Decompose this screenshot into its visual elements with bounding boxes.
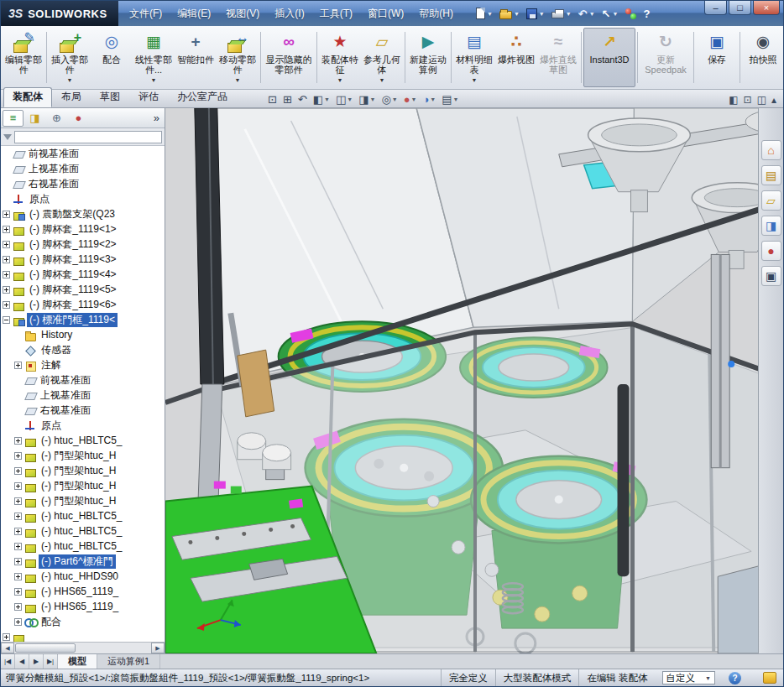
rebuild-button[interactable]: [622, 3, 639, 23]
expander-plus-icon[interactable]: [14, 618, 22, 626]
apply-scene-button[interactable]: ◑▼: [421, 93, 439, 106]
instant3d-button[interactable]: ↗Instant3D: [583, 28, 635, 87]
tree-item[interactable]: 上视基准面: [1, 161, 165, 176]
tree-item[interactable]: 注解: [1, 357, 165, 372]
tree-item[interactable]: [1, 629, 165, 642]
menu-edit[interactable]: 编辑(E): [170, 1, 218, 26]
tab-布局[interactable]: 布局: [52, 87, 91, 107]
scroll-right-icon[interactable]: ▶: [151, 643, 165, 653]
take-snapshot-button[interactable]: ◉拍快照: [742, 28, 783, 87]
propertymanager-tab[interactable]: ◨: [24, 110, 45, 127]
save-button[interactable]: ▼: [524, 3, 547, 23]
tree-item[interactable]: 配合: [1, 614, 165, 629]
show-featuremanager-icon[interactable]: ◧: [729, 94, 738, 106]
save-button[interactable]: ▣保存: [696, 28, 738, 87]
expander-plus-icon[interactable]: [14, 437, 22, 445]
zoom-fit-button[interactable]: ⊡: [265, 93, 280, 106]
solidworks-resources-button[interactable]: ⌂: [761, 140, 781, 160]
tree-item[interactable]: (-) 門型架htuc_H: [1, 463, 165, 478]
appearances-scenes-button[interactable]: ●: [761, 241, 781, 261]
insert-components-button[interactable]: +插入零部件▼: [49, 28, 91, 87]
exploded-view-button[interactable]: ∴爆炸视图: [495, 28, 537, 87]
design-library-button[interactable]: ▤: [761, 165, 781, 185]
tab-评估[interactable]: 评估: [129, 87, 168, 107]
quick-tip-icon[interactable]: [763, 672, 776, 684]
tree-item[interactable]: (-) htuc_HHDS90: [1, 569, 165, 584]
assembly-features-button[interactable]: ★装配体特征▼: [319, 28, 361, 87]
door-handle[interactable]: [618, 384, 630, 576]
view-orientation-button[interactable]: ◫▼: [333, 93, 355, 106]
custom-properties-button[interactable]: ▣: [761, 266, 781, 286]
zoom-area-button[interactable]: ⊞: [280, 93, 295, 106]
close-button[interactable]: ×: [753, 1, 780, 15]
tree-item[interactable]: (-) 脚杯套_1119<4>: [1, 267, 165, 282]
print-button[interactable]: ▼: [549, 3, 574, 23]
section-view-button[interactable]: ◧▼: [311, 93, 332, 106]
configurationmanager-tab[interactable]: ⊕: [46, 110, 67, 127]
expander-plus-icon[interactable]: [14, 497, 22, 505]
tab-办公室产品[interactable]: 办公室产品: [168, 87, 237, 107]
custom-dropdown[interactable]: 自定义 ▼: [662, 671, 715, 684]
panel-overflow-chevrons[interactable]: »: [150, 112, 163, 124]
smart-fasteners-button[interactable]: +智能扣件: [175, 28, 217, 87]
tab-装配体[interactable]: 装配体: [3, 87, 52, 107]
expander-plus-icon[interactable]: [3, 633, 10, 641]
displaymanager-tab[interactable]: ●: [68, 110, 89, 127]
menu-window[interactable]: 窗口(W): [360, 1, 411, 26]
tree-item[interactable]: 前视基准面: [1, 146, 165, 161]
linear-component-pattern-button[interactable]: ▦线性零部件...▼: [133, 28, 175, 87]
new-document-button[interactable]: ▼: [473, 3, 495, 23]
menu-tools[interactable]: 工具(T): [312, 1, 360, 26]
tab-scroll-button[interactable]: ◀: [15, 654, 29, 669]
tree-item[interactable]: (-) 門型架htuc_H: [1, 448, 165, 463]
tab-scroll-button[interactable]: ▶: [29, 654, 44, 669]
tree-item[interactable]: 原点: [1, 191, 165, 206]
file-explorer-button[interactable]: ▱: [761, 190, 781, 211]
tree-item[interactable]: 前视基准面: [1, 372, 165, 388]
tree-item[interactable]: 原点: [1, 418, 165, 433]
scroll-left-icon[interactable]: ◀: [1, 643, 14, 653]
view-palette-button[interactable]: ◨: [761, 216, 781, 236]
scrollbar-track[interactable]: [76, 643, 151, 653]
expander-plus-icon[interactable]: [3, 226, 10, 233]
expander-plus-icon[interactable]: [3, 256, 10, 263]
minimize-button[interactable]: –: [704, 1, 727, 15]
menu-insert[interactable]: 插入(I): [267, 1, 311, 26]
move-component-button[interactable]: ↔移动零部件▼: [217, 28, 259, 87]
expander-plus-icon[interactable]: [14, 513, 22, 520]
expander-plus-icon[interactable]: [14, 482, 22, 490]
tree-item[interactable]: (-) HHS65_1119_: [1, 599, 165, 614]
tree-item[interactable]: 右视基准面: [1, 403, 165, 418]
viewport-maximize-icon[interactable]: ⊡: [744, 94, 752, 106]
expander-plus-icon[interactable]: [14, 452, 22, 460]
3d-scene[interactable]: [165, 108, 783, 653]
show-hidden-components-button[interactable]: ∞显示隐藏的零部件: [263, 28, 315, 87]
expander-plus-icon[interactable]: [3, 301, 10, 309]
edit-component-button[interactable]: ✎编辑零部件: [3, 28, 44, 87]
filter-funnel-icon[interactable]: [3, 134, 12, 140]
view-settings-button[interactable]: ▤▼: [439, 93, 461, 106]
expander-plus-icon[interactable]: [3, 241, 10, 248]
tree-item[interactable]: (-) htuc_HBLTC5_: [1, 523, 165, 539]
doc-tab-1[interactable]: 运动算例1: [97, 654, 160, 669]
expander-plus-icon[interactable]: [14, 362, 22, 369]
undo-button[interactable]: ↶▼: [576, 3, 598, 23]
tree-item[interactable]: (-) htuc_HBLTC5_: [1, 433, 165, 448]
graphics-viewport[interactable]: ⌂▤▱◨●▣: [165, 108, 783, 653]
menu-view[interactable]: 视图(V): [218, 1, 267, 26]
tab-scroll-button[interactable]: |◀: [1, 654, 15, 669]
doc-tab-0[interactable]: 模型: [58, 654, 97, 669]
tree-item[interactable]: (-) Part6^標准門: [1, 554, 165, 569]
tree-item[interactable]: (-) htuc_HBLTC5_: [1, 508, 165, 523]
collapse-toolbar-icon[interactable]: ▴: [771, 94, 776, 106]
mate-button[interactable]: ◎配合: [91, 28, 133, 87]
tree-item[interactable]: History: [1, 327, 165, 342]
tree-item[interactable]: (-) 門型架htuc_H: [1, 493, 165, 508]
expander-plus-icon[interactable]: [14, 588, 22, 596]
expander-plus-icon[interactable]: [14, 573, 22, 580]
scrollbar-thumb[interactable]: [15, 643, 76, 653]
maximize-button[interactable]: □: [729, 1, 751, 15]
tree-item[interactable]: (-) 門型架htuc_H: [1, 478, 165, 493]
expander-plus-icon[interactable]: [3, 286, 10, 294]
tree-item[interactable]: (-) 脚杯套_1119<3>: [1, 252, 165, 267]
